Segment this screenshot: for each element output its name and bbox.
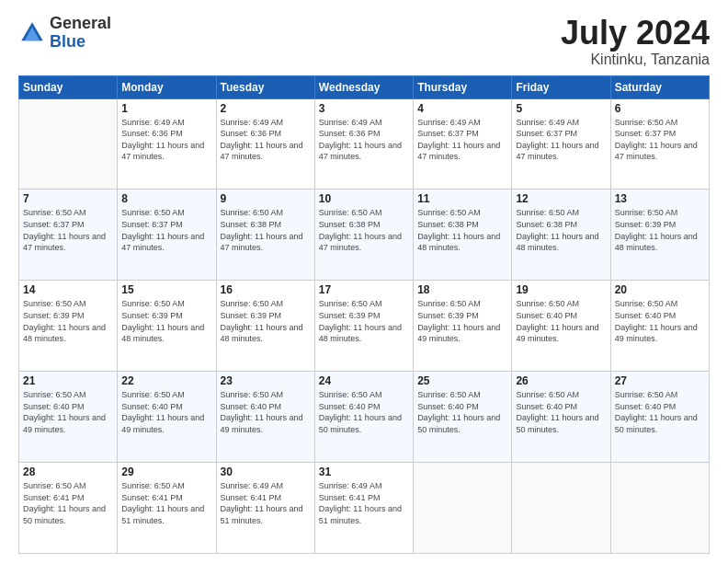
table-row: 25Sunrise: 6:50 AM Sunset: 6:40 PM Dayli… — [414, 372, 512, 463]
day-number: 24 — [319, 374, 409, 387]
logo-text: General Blue — [50, 15, 111, 52]
day-number: 20 — [615, 283, 705, 296]
header: General Blue July 2024 Kintinku, Tanzani… — [18, 15, 710, 68]
table-row: 20Sunrise: 6:50 AM Sunset: 6:40 PM Dayli… — [610, 281, 709, 372]
day-info: Sunrise: 6:50 AM Sunset: 6:40 PM Dayligh… — [516, 389, 606, 435]
logo: General Blue — [18, 15, 111, 52]
day-info: Sunrise: 6:50 AM Sunset: 6:38 PM Dayligh… — [417, 207, 507, 253]
table-row: 16Sunrise: 6:50 AM Sunset: 6:39 PM Dayli… — [216, 281, 314, 372]
day-number: 9 — [221, 192, 311, 205]
day-info: Sunrise: 6:49 AM Sunset: 6:36 PM Dayligh… — [221, 117, 311, 163]
table-row: 17Sunrise: 6:50 AM Sunset: 6:39 PM Dayli… — [314, 281, 413, 372]
day-info: Sunrise: 6:49 AM Sunset: 6:37 PM Dayligh… — [516, 117, 606, 163]
day-number: 14 — [23, 283, 113, 296]
day-info: Sunrise: 6:50 AM Sunset: 6:38 PM Dayligh… — [319, 207, 409, 253]
calendar-week-row: 1Sunrise: 6:49 AM Sunset: 6:36 PM Daylig… — [19, 98, 710, 190]
table-row — [19, 98, 118, 190]
day-number: 31 — [319, 465, 409, 478]
day-number: 28 — [23, 465, 113, 478]
day-number: 18 — [417, 283, 507, 296]
calendar-header-row: Sunday Monday Tuesday Wednesday Thursday… — [19, 75, 710, 98]
page: General Blue July 2024 Kintinku, Tanzani… — [0, 0, 728, 563]
table-row: 15Sunrise: 6:50 AM Sunset: 6:39 PM Dayli… — [118, 281, 216, 372]
day-info: Sunrise: 6:49 AM Sunset: 6:41 PM Dayligh… — [221, 480, 311, 526]
table-row: 1Sunrise: 6:49 AM Sunset: 6:36 PM Daylig… — [118, 98, 216, 190]
day-info: Sunrise: 6:49 AM Sunset: 6:36 PM Dayligh… — [121, 117, 211, 163]
calendar-table: Sunday Monday Tuesday Wednesday Thursday… — [18, 75, 710, 554]
day-number: 30 — [221, 465, 311, 478]
col-sunday: Sunday — [19, 75, 118, 98]
day-info: Sunrise: 6:50 AM Sunset: 6:41 PM Dayligh… — [23, 480, 113, 526]
day-number: 17 — [319, 283, 409, 296]
day-info: Sunrise: 6:50 AM Sunset: 6:39 PM Dayligh… — [23, 298, 113, 344]
calendar-week-row: 7Sunrise: 6:50 AM Sunset: 6:37 PM Daylig… — [19, 190, 710, 281]
day-number: 5 — [516, 102, 606, 115]
table-row: 5Sunrise: 6:49 AM Sunset: 6:37 PM Daylig… — [512, 98, 610, 190]
table-row — [414, 463, 512, 554]
table-row: 6Sunrise: 6:50 AM Sunset: 6:37 PM Daylig… — [610, 98, 709, 190]
col-monday: Monday — [118, 75, 216, 98]
logo-blue: Blue — [50, 32, 85, 51]
day-number: 23 — [221, 374, 311, 387]
calendar-week-row: 14Sunrise: 6:50 AM Sunset: 6:39 PM Dayli… — [19, 281, 710, 372]
day-number: 21 — [23, 374, 113, 387]
day-number: 16 — [221, 283, 311, 296]
day-number: 22 — [121, 374, 211, 387]
table-row: 4Sunrise: 6:49 AM Sunset: 6:37 PM Daylig… — [414, 98, 512, 190]
table-row: 13Sunrise: 6:50 AM Sunset: 6:39 PM Dayli… — [610, 190, 709, 281]
day-number: 1 — [121, 102, 211, 115]
day-info: Sunrise: 6:50 AM Sunset: 6:40 PM Dayligh… — [615, 389, 705, 435]
col-tuesday: Tuesday — [216, 75, 314, 98]
day-number: 4 — [417, 102, 507, 115]
day-number: 7 — [23, 192, 113, 205]
table-row: 26Sunrise: 6:50 AM Sunset: 6:40 PM Dayli… — [512, 372, 610, 463]
day-number: 29 — [121, 465, 211, 478]
calendar-week-row: 28Sunrise: 6:50 AM Sunset: 6:41 PM Dayli… — [19, 463, 710, 554]
col-friday: Friday — [512, 75, 610, 98]
day-number: 15 — [121, 283, 211, 296]
table-row: 29Sunrise: 6:50 AM Sunset: 6:41 PM Dayli… — [118, 463, 216, 554]
day-info: Sunrise: 6:50 AM Sunset: 6:40 PM Dayligh… — [319, 389, 409, 435]
table-row: 28Sunrise: 6:50 AM Sunset: 6:41 PM Dayli… — [19, 463, 118, 554]
day-number: 13 — [615, 192, 705, 205]
table-row — [610, 463, 709, 554]
day-number: 8 — [121, 192, 211, 205]
day-number: 26 — [516, 374, 606, 387]
day-info: Sunrise: 6:50 AM Sunset: 6:39 PM Dayligh… — [319, 298, 409, 344]
col-wednesday: Wednesday — [314, 75, 413, 98]
table-row: 21Sunrise: 6:50 AM Sunset: 6:40 PM Dayli… — [19, 372, 118, 463]
table-row: 11Sunrise: 6:50 AM Sunset: 6:38 PM Dayli… — [414, 190, 512, 281]
main-title: July 2024 — [561, 15, 710, 52]
table-row: 30Sunrise: 6:49 AM Sunset: 6:41 PM Dayli… — [216, 463, 314, 554]
day-info: Sunrise: 6:50 AM Sunset: 6:38 PM Dayligh… — [516, 207, 606, 253]
day-info: Sunrise: 6:50 AM Sunset: 6:39 PM Dayligh… — [221, 298, 311, 344]
logo-general: General — [50, 14, 111, 32]
day-info: Sunrise: 6:50 AM Sunset: 6:39 PM Dayligh… — [121, 298, 211, 344]
day-info: Sunrise: 6:50 AM Sunset: 6:37 PM Dayligh… — [121, 207, 211, 253]
day-info: Sunrise: 6:49 AM Sunset: 6:37 PM Dayligh… — [417, 117, 507, 163]
day-number: 19 — [516, 283, 606, 296]
table-row: 14Sunrise: 6:50 AM Sunset: 6:39 PM Dayli… — [19, 281, 118, 372]
day-info: Sunrise: 6:50 AM Sunset: 6:40 PM Dayligh… — [121, 389, 211, 435]
table-row: 27Sunrise: 6:50 AM Sunset: 6:40 PM Dayli… — [610, 372, 709, 463]
day-info: Sunrise: 6:50 AM Sunset: 6:40 PM Dayligh… — [615, 298, 705, 344]
day-info: Sunrise: 6:50 AM Sunset: 6:40 PM Dayligh… — [516, 298, 606, 344]
table-row: 18Sunrise: 6:50 AM Sunset: 6:39 PM Dayli… — [414, 281, 512, 372]
table-row: 9Sunrise: 6:50 AM Sunset: 6:38 PM Daylig… — [216, 190, 314, 281]
day-number: 12 — [516, 192, 606, 205]
day-info: Sunrise: 6:50 AM Sunset: 6:40 PM Dayligh… — [221, 389, 311, 435]
table-row: 7Sunrise: 6:50 AM Sunset: 6:37 PM Daylig… — [19, 190, 118, 281]
day-info: Sunrise: 6:50 AM Sunset: 6:39 PM Dayligh… — [615, 207, 705, 253]
day-info: Sunrise: 6:50 AM Sunset: 6:40 PM Dayligh… — [23, 389, 113, 435]
day-number: 2 — [221, 102, 311, 115]
table-row: 8Sunrise: 6:50 AM Sunset: 6:37 PM Daylig… — [118, 190, 216, 281]
subtitle: Kintinku, Tanzania — [561, 52, 710, 68]
day-info: Sunrise: 6:49 AM Sunset: 6:41 PM Dayligh… — [319, 480, 409, 526]
table-row: 3Sunrise: 6:49 AM Sunset: 6:36 PM Daylig… — [314, 98, 413, 190]
day-number: 25 — [417, 374, 507, 387]
day-info: Sunrise: 6:49 AM Sunset: 6:36 PM Dayligh… — [319, 117, 409, 163]
table-row: 31Sunrise: 6:49 AM Sunset: 6:41 PM Dayli… — [314, 463, 413, 554]
calendar-week-row: 21Sunrise: 6:50 AM Sunset: 6:40 PM Dayli… — [19, 372, 710, 463]
table-row: 19Sunrise: 6:50 AM Sunset: 6:40 PM Dayli… — [512, 281, 610, 372]
table-row: 10Sunrise: 6:50 AM Sunset: 6:38 PM Dayli… — [314, 190, 413, 281]
